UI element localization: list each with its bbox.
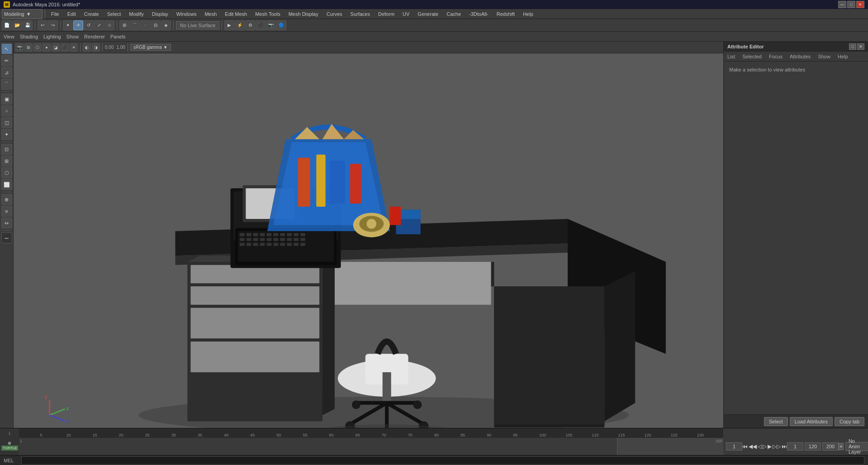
panel-show[interactable]: Show bbox=[66, 34, 79, 39]
attr-editor-float-btn[interactable]: □ bbox=[849, 43, 856, 50]
menu-help[interactable]: Help bbox=[519, 10, 537, 18]
menu-mesh-display[interactable]: Mesh Display bbox=[285, 10, 322, 18]
menu-mesh-tools[interactable]: Mesh Tools bbox=[251, 10, 284, 18]
vp-flat-icon[interactable]: ◪ bbox=[52, 43, 60, 52]
mel-input[interactable] bbox=[21, 456, 864, 465]
snap-curve-icon[interactable]: ⌒ bbox=[130, 20, 140, 30]
close-button[interactable]: ✕ bbox=[856, 1, 864, 8]
menu-create[interactable]: Create bbox=[81, 10, 103, 18]
attr-tab-attributes[interactable]: Attributes bbox=[788, 53, 812, 60]
attr-tab-selected[interactable]: Selected bbox=[740, 53, 764, 60]
paint-icon[interactable]: ✏ bbox=[1, 55, 12, 66]
kf-dot[interactable] bbox=[8, 442, 11, 445]
vp-texture-icon[interactable]: ⬛ bbox=[61, 43, 69, 52]
viewport[interactable]: 📷 ⊞ ⬡ ● ◪ ⬛ ☀ ◐ ◑ 0.00 1.00 sRGB gamma ▼ bbox=[14, 42, 723, 428]
load-attributes-button[interactable]: Load Attributes bbox=[790, 417, 833, 426]
vp-wireframe-icon[interactable]: ⬡ bbox=[33, 43, 42, 52]
curve-icon[interactable]: ⌒ bbox=[1, 79, 12, 90]
panel-view[interactable]: View bbox=[4, 34, 14, 39]
attr-editor-close-btn[interactable]: ✕ bbox=[857, 43, 864, 50]
panel-panels[interactable]: Panels bbox=[110, 34, 126, 39]
redo-icon[interactable]: ↪ bbox=[48, 20, 58, 30]
ipr-render-icon[interactable]: ⚡ bbox=[235, 20, 245, 30]
go-end-button[interactable]: ⏭ bbox=[782, 443, 787, 450]
create-subdiv-icon[interactable]: ◫ bbox=[1, 117, 12, 128]
menu-curves[interactable]: Curves bbox=[323, 10, 346, 18]
vp-lighting-icon[interactable]: ☀ bbox=[70, 43, 78, 52]
render-region-icon[interactable]: ⬜ bbox=[1, 179, 12, 190]
menu-edit-mesh[interactable]: Edit Mesh bbox=[221, 10, 251, 18]
menu-deform[interactable]: Deform bbox=[375, 10, 398, 18]
range-start-input[interactable]: 1 bbox=[787, 442, 803, 451]
turtle-button[interactable]: TURTLE bbox=[1, 445, 19, 451]
menu-uv[interactable]: UV bbox=[399, 10, 413, 18]
menu-file[interactable]: File bbox=[47, 10, 63, 18]
scale-tool-icon[interactable]: ⤢ bbox=[94, 20, 104, 30]
attr-tab-show[interactable]: Show bbox=[816, 53, 832, 60]
go-start-button[interactable]: ⏮ bbox=[742, 443, 748, 450]
move-tool-icon[interactable]: ✛ bbox=[73, 20, 83, 30]
select-tool-icon[interactable]: ✦ bbox=[63, 20, 73, 30]
panel-lighting[interactable]: Lighting bbox=[43, 34, 61, 39]
menu-cache[interactable]: Cache bbox=[443, 10, 465, 18]
attr-tab-help[interactable]: Help bbox=[836, 53, 850, 60]
menu-3dtoall[interactable]: -3DtoAll- bbox=[465, 10, 492, 18]
play-back-button[interactable]: ▷ bbox=[763, 443, 767, 450]
menu-windows[interactable]: Windows bbox=[173, 10, 200, 18]
no-anim-layer-dropdown[interactable]: No Anim Layer ▼ bbox=[845, 442, 868, 451]
next-key-button[interactable]: ▷▷ bbox=[773, 443, 781, 450]
render-seq-icon[interactable]: ⬛ bbox=[256, 20, 266, 30]
vp-ao-icon[interactable]: ◑ bbox=[92, 43, 100, 52]
vp-camera-icon[interactable]: 📷 bbox=[15, 43, 24, 52]
vp-smooth-icon[interactable]: ● bbox=[43, 43, 51, 52]
render-options-icon[interactable]: 🔵 bbox=[276, 20, 286, 30]
rotate-tool-icon[interactable]: ↺ bbox=[84, 20, 94, 30]
render-icon[interactable]: ▶ bbox=[224, 20, 234, 30]
new-file-icon[interactable]: 📄 bbox=[2, 20, 12, 30]
undo-icon[interactable]: ↩ bbox=[38, 20, 47, 30]
create-poly-icon[interactable]: ▣ bbox=[1, 94, 12, 104]
menu-redshift[interactable]: Redshift bbox=[493, 10, 518, 18]
current-frame-input[interactable]: 1 bbox=[726, 442, 742, 451]
snap-together-icon[interactable]: ⊕ bbox=[1, 194, 12, 205]
wireframe-icon[interactable]: ⊞ bbox=[1, 156, 12, 166]
maximize-button[interactable]: □ bbox=[847, 1, 855, 8]
sculpt-icon[interactable]: ⊿ bbox=[1, 67, 12, 78]
playback-start-input[interactable]: 120 bbox=[805, 442, 821, 451]
no-live-surface-button[interactable]: No Live Surface bbox=[176, 21, 219, 29]
panel-shading[interactable]: Shading bbox=[20, 34, 38, 39]
anim-layer-icon[interactable]: ≡ bbox=[839, 443, 844, 450]
select-icon[interactable]: ↖ bbox=[1, 43, 12, 54]
select-button[interactable]: Select bbox=[764, 417, 788, 426]
color-space-dropdown[interactable]: sRGB gamma ▼ bbox=[130, 44, 171, 51]
layer-juliet[interactable]: Juliet bbox=[0, 445, 0, 451]
mode-dropdown[interactable]: Modeling ▼ bbox=[2, 9, 43, 19]
play-forward-button[interactable]: ▶ bbox=[768, 443, 772, 450]
panel-renderer[interactable]: Renderer bbox=[84, 34, 105, 39]
copy-tab-button[interactable]: Copy tab bbox=[835, 417, 864, 426]
create-nurbs-icon[interactable]: ○ bbox=[1, 105, 12, 116]
menu-select[interactable]: Select bbox=[104, 10, 125, 18]
menu-display[interactable]: Display bbox=[148, 10, 172, 18]
timeline-scrub[interactable]: 1 200 bbox=[19, 438, 723, 455]
smooth-icon[interactable]: ⬡ bbox=[1, 167, 12, 178]
snap-surface-icon[interactable]: ◈ bbox=[161, 20, 171, 30]
render-settings-icon[interactable]: ⚙ bbox=[245, 20, 255, 30]
universal-tool-icon[interactable]: ⊹ bbox=[104, 20, 114, 30]
save-file-icon[interactable]: 💾 bbox=[23, 20, 33, 30]
menu-edit[interactable]: Edit bbox=[64, 10, 80, 18]
snap-view-icon[interactable]: ⊟ bbox=[151, 20, 161, 30]
menu-generate[interactable]: Generate bbox=[414, 10, 442, 18]
attr-tab-focus[interactable]: Focus bbox=[767, 53, 784, 60]
create-joint-icon[interactable]: ✦ bbox=[1, 129, 12, 140]
vp-grid-icon[interactable]: ⊞ bbox=[24, 43, 33, 52]
minimize-button[interactable]: — bbox=[838, 1, 846, 8]
menu-surfaces[interactable]: Surfaces bbox=[347, 10, 374, 18]
render-cam-icon[interactable]: 📷 bbox=[266, 20, 276, 30]
snap-point-icon[interactable]: · bbox=[140, 20, 150, 30]
align-icon[interactable]: ≡ bbox=[1, 206, 12, 217]
xray-icon[interactable]: ⊡ bbox=[1, 144, 12, 155]
more-icon[interactable]: ••• bbox=[1, 232, 12, 243]
menu-mesh[interactable]: Mesh bbox=[201, 10, 220, 18]
playback-end-input[interactable]: 200 bbox=[822, 442, 839, 451]
